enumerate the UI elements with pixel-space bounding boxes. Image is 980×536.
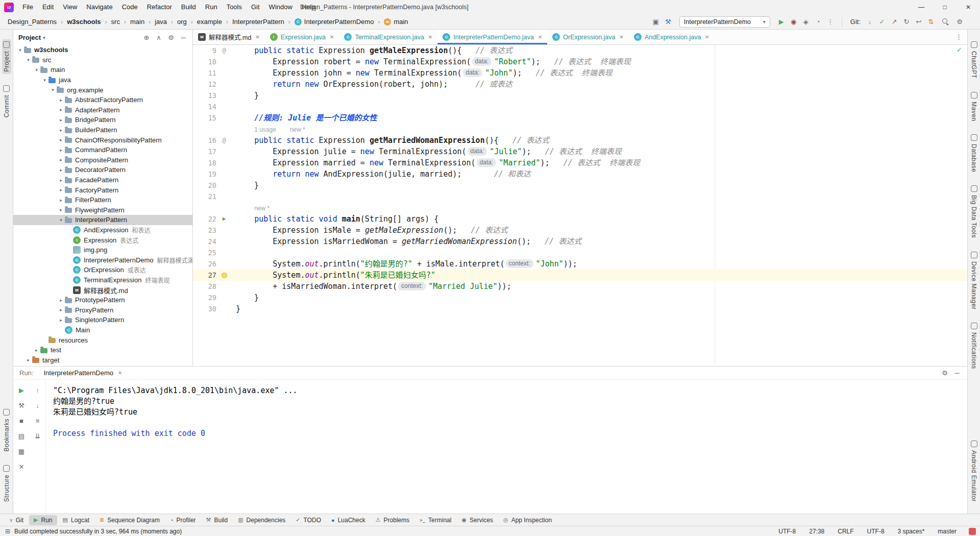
tree-toggle-icon[interactable]: ▾ [33,67,40,72]
breadcrumb-item-design-patterns[interactable]: Design_Patterns [6,17,58,26]
console[interactable]: "C:\Program Files\Java\jdk1.8.0_201\bin\… [46,380,967,514]
toolwindow-button-run[interactable]: ▶Run [29,515,57,525]
menu-tools[interactable]: Tools [222,0,247,14]
layout-icon[interactable]: ▤ [15,430,28,442]
status-widget-3-spaces[interactable]: 3 spaces* [898,528,925,535]
toolwindow-button-todo[interactable]: ✓TODO [291,515,326,525]
tab-interpreterpatterndemo-java[interactable]: CInterpreterPatternDemo.java✕ [437,30,547,44]
maximize-button[interactable]: □ [933,0,957,14]
close-icon[interactable]: ✕ [538,34,542,40]
tree-item-andexpression[interactable]: CAndExpression和表达 [13,225,192,235]
toolwindow-button-services[interactable]: ◉Services [457,515,498,525]
tree-item-w3schools[interactable]: ▾w3schools [13,45,192,55]
tree-item-prototypepattern[interactable]: ▸PrototypePattern [13,295,192,305]
menu-edit[interactable]: Edit [38,0,58,14]
close-icon[interactable]: ✕ [118,370,122,376]
tree-item-proxypattern[interactable]: ▸ProxyPattern [13,305,192,315]
toolwindow-stripe-project[interactable]: Project [2,39,11,74]
tree-toggle-icon[interactable]: ▸ [24,357,32,362]
breadcrumb-item-main[interactable]: mmain [382,17,409,26]
toolwindow-button-sequence-diagram[interactable]: ≣Sequence Diagram [95,515,164,525]
toolwindow-stripe-big-data-tools[interactable]: Big Data Tools [969,183,978,240]
close-icon[interactable]: ✕ [619,34,623,40]
intention-bulb-icon[interactable] [222,273,227,278]
toolwindow-button-dependencies[interactable]: ▥Dependencies [233,515,290,525]
softwrap-icon[interactable]: ≡ [32,415,44,426]
status-widget-utf-8[interactable]: UTF-8 [778,528,796,535]
tree-toggle-icon[interactable]: ▾ [49,87,57,92]
tree-item-md[interactable]: M解释器模式.md [13,285,192,295]
toolwindow-button-luacheck[interactable]: ●LuaCheck [327,515,370,525]
run-config-select[interactable]: InterpreterPatternDemo ▾ [679,16,770,28]
breadcrumb-item-org[interactable]: org [176,17,188,26]
update-notification-icon[interactable] [969,528,976,535]
gear-icon[interactable]: ⚙ [939,368,951,379]
tree-toggle-icon[interactable]: ▸ [33,348,40,353]
print-icon[interactable]: ▦ [15,446,28,457]
tree-item-java[interactable]: ▾java [13,75,192,85]
minimize-button[interactable]: — [910,0,933,14]
breadcrumb-item-w3schools[interactable]: w3schools [65,17,102,26]
status-widget-master[interactable]: master [938,528,957,535]
collapse-icon[interactable]: ∧ [153,32,165,43]
tree-toggle-icon[interactable]: ▸ [57,318,65,323]
toolwindow-button-build[interactable]: ⚒Build [202,515,233,525]
tree-toggle-icon[interactable]: ▸ [57,307,65,312]
tree-item-facadepattern[interactable]: ▸FacadePattern [13,175,192,185]
tree-toggle-icon[interactable]: ▸ [57,117,65,123]
tree-toggle-icon[interactable]: ▾ [41,78,48,83]
menu-file[interactable]: File [18,0,38,14]
clear-icon[interactable]: ✕ [15,461,28,472]
tree-toggle-icon[interactable]: ▸ [57,98,65,103]
down-icon[interactable]: ↓ [32,400,44,411]
hide-icon[interactable]: ─ [951,368,963,379]
breadcrumb-item-interpreterpatterndemo[interactable]: CInterpreterPatternDemo [293,17,376,26]
hide-icon[interactable]: ─ [177,32,189,43]
monitor-icon[interactable]: ▣ [650,16,662,28]
up-icon[interactable]: ↑ [32,384,44,396]
tree-toggle-icon[interactable]: ▸ [57,167,65,173]
tree-item-orexpression[interactable]: COrExpression或表达 [13,265,192,275]
tab-orexpression-java[interactable]: COrExpression.java✕ [547,30,629,44]
tree-toggle-icon[interactable]: ▸ [57,107,65,112]
locate-icon[interactable]: ⊕ [140,32,153,43]
breadcrumb-item-main[interactable]: main [129,17,146,26]
tree-item-resources[interactable]: resources [13,335,192,345]
tree-item-singletonpattern[interactable]: ▸SingletonPattern [13,315,192,325]
tree-item-test[interactable]: ▸test [13,345,192,355]
tree-toggle-icon[interactable]: ▸ [57,137,65,142]
tree-toggle-icon[interactable]: ▾ [57,217,65,223]
tree-item-factorypattern[interactable]: ▸FactoryPattern [13,185,192,195]
tree-item-terminalexpression[interactable]: CTerminalExpression终端表现 [13,275,192,285]
tree-toggle-icon[interactable]: ▸ [57,298,65,303]
tree-item-main[interactable]: ▾main [13,65,192,75]
tree-item-filterpattern[interactable]: ▸FilterPattern [13,195,192,205]
toolwindow-button-logcat[interactable]: ▤Logcat [58,515,94,525]
menu-refactor[interactable]: Refactor [142,0,177,14]
tree-item-expression[interactable]: IExpression表达式 [13,235,192,245]
tree-toggle-icon[interactable]: ▸ [57,198,65,203]
tree-item-org-example[interactable]: ▾org.example [13,85,192,95]
tab-terminalexpression-java[interactable]: CTerminalExpression.java✕ [339,30,437,44]
menu-run[interactable]: Run [201,0,222,14]
gear-icon[interactable]: ⚙ [165,32,177,43]
tree-item-target[interactable]: ▸target [13,355,192,365]
toolwindow-stripe-device-manager[interactable]: Device Manager [969,250,978,311]
tab-md[interactable]: M解释器模式.md✕ [193,30,265,44]
tree-toggle-icon[interactable]: ▾ [24,57,32,62]
tree-toggle-icon[interactable]: ▸ [57,207,65,212]
toolwindow-stripe-notifications[interactable]: Notifications [969,321,978,371]
tree-item-abstractfactorypattern[interactable]: ▸AbstractFactoryPattern [13,95,192,105]
stop-icon[interactable]: ■ [15,415,28,426]
toolwindow-button-app-inspection[interactable]: ◎App Inspection [499,515,556,525]
menu-window[interactable]: Window [264,0,297,14]
settings-button[interactable]: ⚙ [953,16,966,28]
coverage-icon[interactable]: ◈ [800,16,812,28]
tree-item-src[interactable]: ▾src [13,55,192,65]
breadcrumb-item-interpreterpattern[interactable]: InterpreterPattern [231,17,286,26]
toolwindow-stripe-commit[interactable]: Commit [2,83,11,119]
tree-item-img-png[interactable]: img.png [13,245,192,255]
toolwindow-stripe-bookmarks[interactable]: Bookmarks [2,407,11,454]
menu-code[interactable]: Code [117,0,142,14]
run-method-gutter-icon[interactable]: ▶ [216,213,232,225]
